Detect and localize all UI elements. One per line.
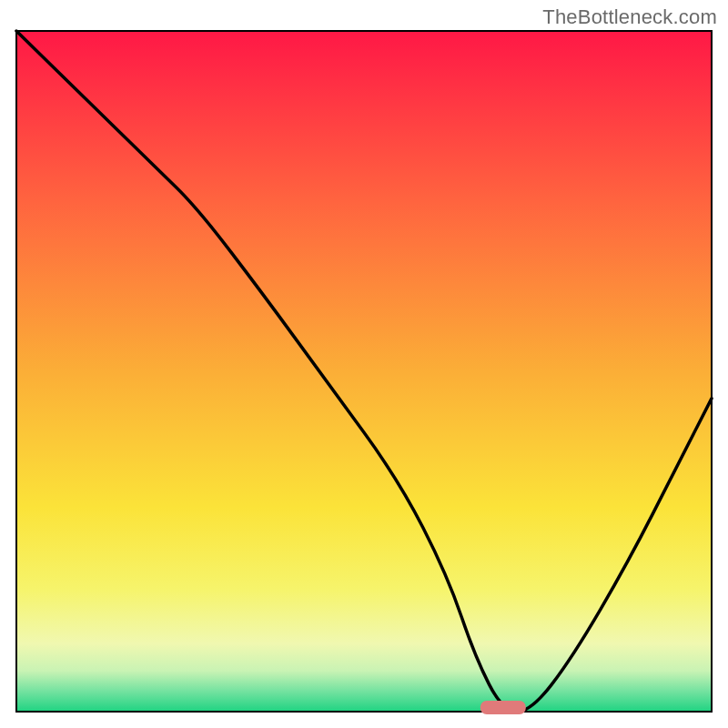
chart-container: TheBottleneck.com [0,0,728,728]
bottleneck-chart [0,0,728,728]
optimal-marker [480,701,526,714]
watermark-text: TheBottleneck.com [542,5,717,29]
